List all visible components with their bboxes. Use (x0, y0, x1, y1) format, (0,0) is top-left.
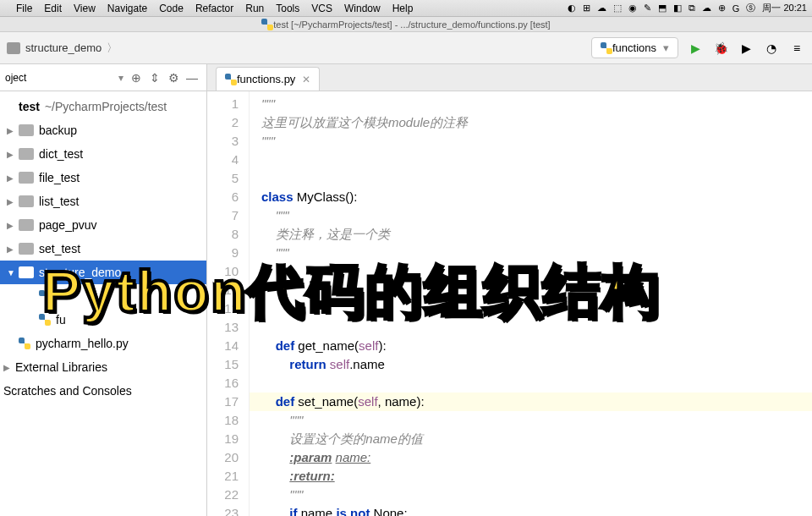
code-line[interactable]: """ (261, 486, 812, 504)
code-line[interactable]: 设置这个类的name的值 (261, 430, 812, 448)
editor-tab[interactable]: functions.py ✕ (216, 67, 320, 91)
tree-item-pycharm_hello-py[interactable]: pycharm_hello.py (0, 332, 206, 355)
menu-tools[interactable]: Tools (270, 3, 305, 14)
navigation-bar: structure_demo 〉 functions ▾ ▶ 🐞 ▶ ◔ ≡ (0, 32, 812, 64)
code-line[interactable]: def get_name(self): (261, 337, 812, 355)
menu-run[interactable]: Run (239, 3, 270, 14)
run-button[interactable]: ▶ (687, 40, 704, 57)
tree-item-dict_test[interactable]: ▶dict_test (0, 142, 206, 166)
line-number: 7 (207, 206, 239, 225)
menu-code[interactable]: Code (153, 3, 189, 14)
menu-file[interactable]: File (10, 3, 38, 14)
expand-icon[interactable]: ▶ (7, 197, 19, 206)
code-line[interactable]: """ (261, 411, 812, 430)
menu-navigate[interactable]: Navigate (102, 3, 153, 14)
debug-button[interactable]: 🐞 (712, 40, 729, 57)
tree-item-label: file_test (39, 171, 80, 184)
line-number: 20 (207, 448, 239, 467)
tree-root[interactable]: test ~/PycharmProjects/test (0, 95, 206, 118)
tray-icon[interactable]: ◧ (672, 3, 683, 14)
line-number: 16 (207, 374, 239, 392)
line-number: 5 (207, 169, 239, 188)
tree-item-list_test[interactable]: ▶list_test (0, 189, 206, 213)
code-line[interactable]: """ (261, 206, 812, 225)
folder-icon (19, 243, 34, 255)
gear-icon[interactable]: ⚙ (164, 71, 183, 85)
line-number: 6 (207, 188, 239, 206)
dropdown-icon: ▾ (663, 41, 669, 54)
code-line[interactable] (261, 151, 812, 169)
tree-item-file_test[interactable]: ▶file_test (0, 166, 206, 189)
breadcrumb-item[interactable]: structure_demo (25, 41, 102, 54)
code-line[interactable]: :param name: (261, 448, 812, 467)
scratches-consoles[interactable]: Scratches and Consoles (0, 379, 206, 403)
tray-icon[interactable]: ☁ (595, 3, 608, 14)
run-config-selector[interactable]: functions ▾ (591, 37, 678, 58)
expand-icon[interactable]: ▶ (7, 173, 19, 183)
tree-item-label: page_pvuv (39, 218, 97, 232)
more-button[interactable]: ≡ (788, 40, 805, 57)
expand-icon[interactable]: ▶ (7, 244, 19, 254)
tray-icon[interactable]: ⊕ (716, 3, 727, 14)
code-line[interactable]: 类注释，这是一个类 (261, 225, 812, 244)
hide-icon[interactable]: — (183, 71, 201, 85)
sidebar-title[interactable]: oject (5, 72, 118, 84)
expand-icon[interactable]: ▶ (7, 221, 19, 230)
code-line[interactable]: return self.name (261, 355, 812, 374)
collapse-icon[interactable]: ⇕ (145, 71, 164, 85)
code-line[interactable] (261, 169, 812, 188)
menu-vcs[interactable]: VCS (305, 3, 338, 14)
code-line[interactable]: """ (261, 95, 812, 113)
line-number: 23 (207, 504, 239, 516)
tree-root-name: test (19, 100, 40, 113)
tray-icon[interactable]: ☁ (700, 3, 713, 14)
tree-label: External Libraries (15, 360, 107, 374)
window-title: test [~/PycharmProjects/test] - .../stru… (273, 19, 550, 30)
tray-icon[interactable]: ⊞ (581, 3, 592, 14)
locate-icon[interactable]: ⊕ (127, 71, 145, 85)
line-number: 21 (207, 467, 239, 486)
expand-icon[interactable]: ▼ (7, 268, 19, 277)
line-number: 15 (207, 355, 239, 374)
close-icon[interactable]: ✕ (302, 74, 310, 85)
code-line[interactable]: def set_name(self, name): (250, 392, 812, 411)
menu-edit[interactable]: Edit (38, 3, 68, 14)
code-line[interactable] (261, 374, 812, 392)
tree-item-label: pycharm_hello.py (36, 337, 129, 350)
code-line[interactable]: 这里可以放置这个模块module的注释 (261, 113, 812, 132)
tree-label: Scratches and Consoles (3, 384, 132, 398)
tray-icon[interactable]: ◐ (566, 3, 578, 14)
expand-icon[interactable]: ▶ (7, 150, 19, 159)
code-line[interactable]: """ (261, 132, 812, 151)
breadcrumb[interactable]: structure_demo 〉 (7, 41, 123, 56)
tray-icon[interactable]: G (731, 3, 742, 14)
tray-icon[interactable]: ◉ (627, 3, 639, 14)
expand-icon[interactable]: ▶ (7, 126, 19, 135)
dropdown-icon[interactable]: ▾ (118, 72, 123, 84)
expand-icon[interactable]: ▶ (3, 363, 15, 372)
menu-window[interactable]: Window (338, 3, 387, 14)
coverage-button[interactable]: ▶ (738, 40, 754, 57)
tree-item-label: dict_test (39, 147, 83, 161)
tree-item-page_pvuv[interactable]: ▶page_pvuv (0, 213, 206, 237)
tray-icon[interactable]: ⬒ (656, 3, 668, 14)
sidebar-header: oject ▾ ⊕ ⇕ ⚙ — (0, 64, 206, 91)
tray-icon[interactable]: ⓢ (744, 2, 757, 14)
tray-clock[interactable]: 周一 20:21 (760, 2, 809, 14)
code-line[interactable]: :return: (261, 467, 812, 486)
folder-icon (19, 195, 34, 207)
external-libraries[interactable]: ▶ External Libraries (0, 355, 206, 379)
tree-item-backup[interactable]: ▶backup (0, 118, 206, 142)
menu-refactor[interactable]: Refactor (189, 3, 239, 14)
overlay-title: Python代码的组织结构 (42, 254, 661, 331)
menu-view[interactable]: View (68, 3, 102, 14)
tray-icon[interactable]: ✎ (642, 3, 653, 14)
code-line[interactable]: class MyClass(): (261, 188, 812, 206)
profile-button[interactable]: ◔ (763, 40, 780, 57)
menu-help[interactable]: Help (387, 3, 420, 14)
tray-icon[interactable]: ⬚ (612, 3, 623, 14)
code-line[interactable]: if name is not None: (261, 504, 812, 516)
python-icon (601, 42, 612, 54)
folder-icon (19, 219, 34, 231)
tray-icon[interactable]: ⧉ (687, 3, 697, 14)
